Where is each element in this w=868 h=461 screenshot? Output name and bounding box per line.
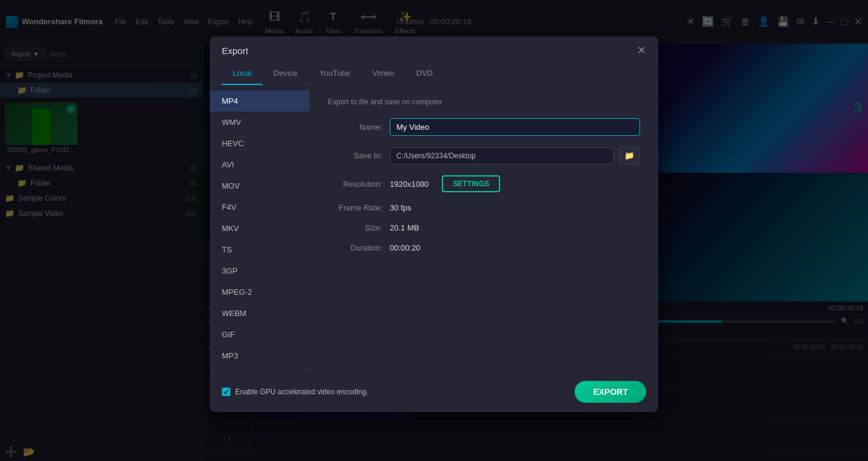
modal-footer: Enable GPU accelerated video encoding. E…: [210, 371, 658, 412]
export-settings: Export to file and save on computer Name…: [310, 86, 658, 371]
resolution-label: Resolution:: [328, 180, 382, 189]
format-wmv[interactable]: WMV: [210, 112, 309, 133]
format-f4v[interactable]: F4V: [210, 197, 309, 218]
format-ts[interactable]: TS: [210, 239, 309, 260]
frame-rate-label: Frame Rate:: [328, 203, 382, 212]
export-modal: Export ✕ Local Device YouTube Vimeo DVD …: [210, 36, 658, 412]
modal-tabs: Local Device YouTube Vimeo DVD: [210, 62, 658, 86]
format-gif[interactable]: GIF: [210, 324, 309, 345]
tab-vimeo[interactable]: Vimeo: [361, 62, 406, 85]
duration-value: 00:00:20: [390, 243, 421, 252]
name-row: Name:: [328, 118, 640, 136]
format-hevc[interactable]: HEVC: [210, 133, 309, 154]
format-mp4[interactable]: MP4: [210, 90, 309, 112]
frame-rate-row: Frame Rate: 30 fps: [328, 203, 640, 212]
tab-dvd[interactable]: DVD: [406, 62, 444, 85]
resolution-value: 1920x1080: [390, 180, 429, 189]
tab-device[interactable]: Device: [262, 62, 309, 85]
browse-folder-button[interactable]: 📁: [619, 147, 640, 164]
tab-local[interactable]: Local: [222, 62, 262, 85]
duration-row: Duration: 00:00:20: [328, 243, 640, 252]
format-3gp[interactable]: 3GP: [210, 260, 309, 281]
modal-close-button[interactable]: ✕: [637, 45, 646, 56]
settings-button[interactable]: SETTINGS: [442, 175, 500, 192]
format-webm[interactable]: WEBM: [210, 303, 309, 324]
gpu-label: Enable GPU accelerated video encoding.: [235, 388, 368, 396]
gpu-checkbox-row[interactable]: Enable GPU accelerated video encoding.: [222, 388, 368, 396]
modal-header: Export ✕: [210, 36, 658, 62]
size-row: Size: 20.1 MB: [328, 223, 640, 232]
save-path: C:/Users/92334/Desktop: [390, 147, 614, 164]
save-to-row: Save to: C:/Users/92334/Desktop 📁: [328, 147, 640, 164]
save-to-label: Save to:: [328, 151, 382, 160]
modal-title: Export: [222, 45, 248, 56]
folder-open-icon: 📁: [624, 151, 635, 160]
format-list: MP4 WMV HEVC AVI MOV F4V MKV TS 3GP MPEG…: [210, 86, 310, 371]
size-label: Size:: [328, 223, 382, 232]
name-input[interactable]: [390, 118, 640, 136]
path-row: C:/Users/92334/Desktop 📁: [390, 147, 640, 164]
resolution-row: Resolution: 1920x1080 SETTINGS: [328, 175, 640, 192]
name-label: Name:: [328, 123, 382, 132]
format-avi[interactable]: AVI: [210, 154, 309, 175]
format-mp3[interactable]: MP3: [210, 345, 309, 366]
gpu-checkbox-input[interactable]: [222, 388, 230, 396]
frame-rate-value: 30 fps: [390, 203, 411, 212]
export-description: Export to file and save on computer: [328, 98, 640, 106]
export-button[interactable]: EXPORT: [575, 381, 646, 403]
format-mpeg2[interactable]: MPEG-2: [210, 281, 309, 303]
format-mov[interactable]: MOV: [210, 175, 309, 197]
format-mkv[interactable]: MKV: [210, 218, 309, 239]
modal-overlay[interactable]: Export ✕ Local Device YouTube Vimeo DVD …: [0, 0, 868, 461]
size-value: 20.1 MB: [390, 223, 419, 232]
duration-label: Duration:: [328, 243, 382, 252]
modal-body: MP4 WMV HEVC AVI MOV F4V MKV TS 3GP MPEG…: [210, 86, 658, 371]
tab-youtube[interactable]: YouTube: [309, 62, 361, 85]
